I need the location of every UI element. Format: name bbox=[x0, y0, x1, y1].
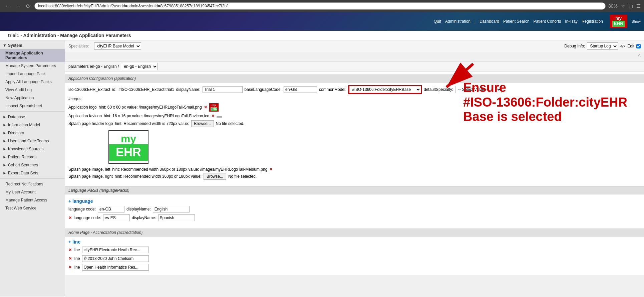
top-header: Quit Administration | Dashboard Patient … bbox=[0, 12, 644, 31]
toolbar-row: Specialties: cityEHR Base Model Debug In… bbox=[65, 40, 644, 52]
sidebar-group-info-model[interactable]: ► Information Model bbox=[0, 121, 65, 129]
lang1-row: language code: displayName: bbox=[68, 206, 641, 212]
registration-link[interactable]: Registration bbox=[582, 19, 603, 24]
sidebar-item-apply-lang-packs[interactable]: Apply All Language Packs bbox=[0, 78, 65, 86]
favicon-preview: ▬ bbox=[217, 113, 222, 119]
sidebar-group-export-data[interactable]: ► Export Data Sets bbox=[0, 169, 65, 177]
knowledge-triangle: ► bbox=[3, 147, 7, 151]
in-tray-link[interactable]: In-Tray bbox=[565, 19, 578, 24]
line3-input[interactable] bbox=[82, 264, 149, 271]
splash-right-hint: hint: Recommended width 360px or 180px v… bbox=[115, 174, 202, 179]
splash-left-hint: hint: Recommended width 360px or 180px v… bbox=[112, 167, 267, 172]
lang1-display-input[interactable] bbox=[153, 206, 190, 212]
splash-right-browse[interactable]: Browse... bbox=[204, 173, 226, 180]
sidebar-group-directory[interactable]: ► Directory bbox=[0, 129, 65, 137]
line3-row: ✕ line bbox=[68, 264, 641, 271]
lang2-display-label: displayName: bbox=[132, 215, 156, 220]
my-logo-small: my bbox=[212, 104, 216, 107]
base-lang-input[interactable] bbox=[284, 86, 317, 93]
line1-input[interactable] bbox=[82, 247, 149, 253]
sidebar-group-knowledge[interactable]: ► Knowledge Sources bbox=[0, 145, 65, 153]
sidebar-item-manage-app-params[interactable]: Manage Application Parameters bbox=[0, 49, 65, 62]
lang2-code-input[interactable] bbox=[103, 214, 130, 221]
browser-chrome: ← → ⟳ 80% ☆ ▢ ☰ bbox=[0, 0, 644, 12]
splash-header-row: Splash page header logo hint: Recommende… bbox=[68, 120, 641, 127]
add-line-btn[interactable]: + line bbox=[68, 239, 80, 245]
line3-delete[interactable]: ✕ bbox=[68, 265, 72, 270]
browser-actions: 80% ☆ ▢ ☰ bbox=[608, 3, 641, 9]
params-row: parameters en-gb - English / en-gb - Eng… bbox=[65, 61, 644, 72]
debug-label: Debug Info: bbox=[564, 44, 585, 48]
directory-triangle: ► bbox=[3, 131, 7, 135]
sidebar-group-cohort-searches[interactable]: ► Cohort Searches bbox=[0, 161, 65, 169]
directory-label: Directory bbox=[8, 131, 24, 135]
content-wrapper: Ensure #ISO-13606:Folder:cityEHR Base is… bbox=[65, 40, 644, 296]
quit-link[interactable]: Quit bbox=[434, 19, 441, 24]
debug-select[interactable]: Startup Log bbox=[587, 42, 618, 50]
administration-link[interactable]: Administration bbox=[445, 19, 470, 24]
sidebar-item-manage-sys-params[interactable]: Manage System Parameters bbox=[0, 62, 65, 70]
specialties-select[interactable]: cityEHR Base Model bbox=[94, 42, 141, 50]
forward-button[interactable]: → bbox=[14, 2, 22, 10]
app-logo-delete[interactable]: ✕ bbox=[204, 105, 207, 110]
base-lang-label: baseLanguageCode: bbox=[245, 87, 282, 92]
export-triangle: ► bbox=[3, 171, 7, 175]
edit-checkbox[interactable] bbox=[636, 44, 641, 48]
sidebar-item-manage-patient-access[interactable]: Manage Patient Access bbox=[0, 196, 65, 204]
lang2-row: ✕ language code: displayName: bbox=[68, 214, 641, 221]
address-bar[interactable] bbox=[34, 2, 606, 10]
default-specialty-select[interactable]: -- Select Value -- bbox=[455, 86, 502, 93]
line2-input[interactable] bbox=[82, 255, 149, 262]
hide-button[interactable]: Hide bbox=[60, 33, 68, 37]
sidebar-item-test-web-service[interactable]: Test Web Service bbox=[0, 204, 65, 212]
back-button[interactable]: ← bbox=[3, 2, 11, 10]
sidebar-item-my-user-account[interactable]: My User Account bbox=[0, 188, 65, 196]
app-logo-label: Application logo bbox=[68, 105, 97, 110]
system-section-header[interactable]: ▼ System bbox=[0, 42, 65, 49]
params-select[interactable]: en-gb - English bbox=[121, 63, 158, 70]
common-model-select[interactable]: #ISO-13606:Folder:cityEHRBase bbox=[348, 85, 422, 94]
add-language-btn[interactable]: + language bbox=[68, 198, 93, 204]
scroll-handle[interactable]: ^ bbox=[65, 52, 644, 61]
bookmark-icon: ☆ bbox=[621, 3, 625, 9]
sidebar-group-patient-records[interactable]: ► Patient Records bbox=[0, 153, 65, 161]
show-link[interactable]: Show bbox=[631, 19, 641, 23]
app-favicon-delete[interactable]: ✕ bbox=[211, 114, 215, 118]
patient-cohorts-link[interactable]: Patient Cohorts bbox=[534, 19, 561, 24]
sidebar-item-inspect-spreadsheet[interactable]: Inspect Spreadsheet bbox=[0, 102, 65, 110]
splash-header-no-file: No file selected. bbox=[216, 121, 244, 126]
zoom-level: 80% bbox=[608, 3, 618, 9]
app-favicon-hint: hint: 16 x 16 px value: /images/myEHRLog… bbox=[104, 114, 209, 118]
sidebar-item-redirect-notifications[interactable]: Redirect Notifications bbox=[0, 180, 65, 188]
lang1-code-input[interactable] bbox=[98, 206, 124, 212]
app-favicon-label: Application favicon bbox=[68, 114, 102, 118]
big-ehr-text: EHR bbox=[109, 144, 148, 161]
sidebar-item-view-audit-log[interactable]: View Audit Log bbox=[0, 86, 65, 94]
splash-image-left-row: Splash page image, left hint: Recommende… bbox=[68, 167, 641, 172]
home-page-form: + line ✕ line ✕ line ✕ line bbox=[65, 237, 644, 275]
splash-header-browse[interactable]: Browse... bbox=[191, 120, 214, 127]
line1-delete[interactable]: ✕ bbox=[68, 248, 72, 252]
iso-label: iso-13606:EHR_Extract bbox=[68, 87, 110, 92]
line2-row: ✕ line bbox=[68, 255, 641, 262]
line2-delete[interactable]: ✕ bbox=[68, 256, 72, 261]
display-name-input[interactable] bbox=[203, 86, 243, 93]
lang2-display-input[interactable] bbox=[158, 214, 195, 221]
common-model-label: commonModel: bbox=[319, 87, 346, 92]
line1-label: line bbox=[74, 248, 80, 252]
sidebar-group-users[interactable]: ► Users and Care Teams bbox=[0, 137, 65, 145]
sidebar-item-import-lang-pack[interactable]: Import Language Pack bbox=[0, 70, 65, 78]
lang-packs-form: + language language code: displayName: ✕… bbox=[65, 196, 644, 226]
reload-button[interactable]: ⟳ bbox=[25, 2, 32, 11]
dashboard-link[interactable]: Dashboard bbox=[479, 19, 499, 24]
app-logo-preview: my EHR bbox=[209, 103, 219, 112]
lang2-delete[interactable]: ✕ bbox=[68, 215, 72, 220]
sidebar: ▼ System Manage Application Parameters M… bbox=[0, 40, 65, 296]
app-logo-row: Application logo hint: 60 x 60 px value:… bbox=[68, 103, 641, 112]
patient-search-link[interactable]: Patient Search bbox=[503, 19, 530, 24]
sidebar-group-database[interactable]: ► Database bbox=[0, 113, 65, 121]
cohort-label: Cohort Searches bbox=[8, 163, 38, 167]
splash-left-delete[interactable]: ✕ bbox=[269, 167, 273, 172]
sidebar-item-new-application[interactable]: New Application bbox=[0, 94, 65, 102]
export-label: Export Data Sets bbox=[8, 171, 38, 175]
